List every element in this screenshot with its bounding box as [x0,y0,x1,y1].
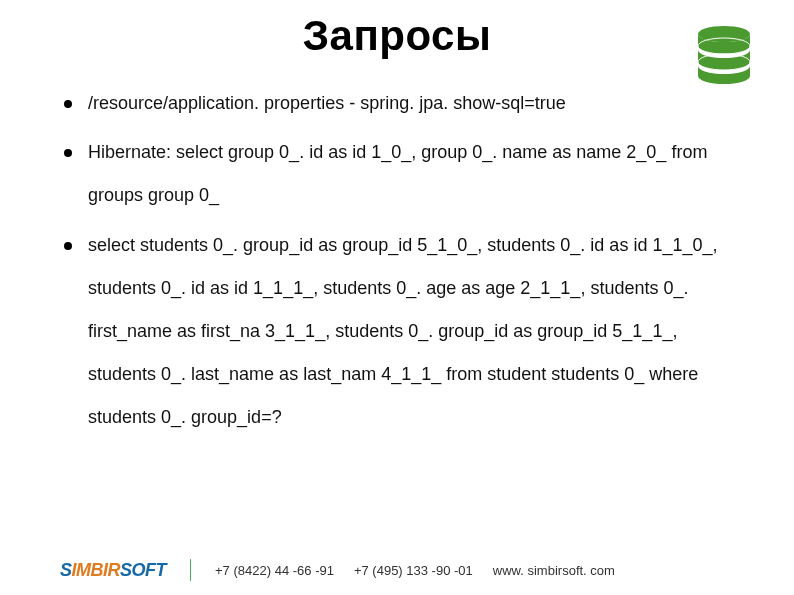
svg-point-0 [698,26,750,42]
logo: SIMBIRSOFT [60,560,166,581]
database-icon [694,24,754,84]
logo-part: OFT [132,560,167,581]
footer: SIMBIRSOFT +7 (8422) 44 -66 -91 +7 (495)… [60,559,734,581]
slide-title: Запросы [60,12,734,60]
footer-phone-2: +7 (495) 133 -90 -01 [354,563,473,578]
logo-part: IMBIR [72,560,121,581]
bullet-list: /resource/application. properties - spri… [60,82,734,440]
footer-phone-1: +7 (8422) 44 -66 -91 [215,563,334,578]
slide: Запросы /resource/application. propertie… [0,12,794,595]
list-item: Hibernate: select group 0_. id as id 1_0… [60,131,734,217]
footer-site: www. simbirsoft. com [493,563,615,578]
list-item: /resource/application. properties - spri… [60,82,734,125]
logo-part: S [120,560,132,581]
separator [190,559,191,581]
logo-part: S [60,560,72,581]
list-item: select students 0_. group_id as group_id… [60,224,734,440]
